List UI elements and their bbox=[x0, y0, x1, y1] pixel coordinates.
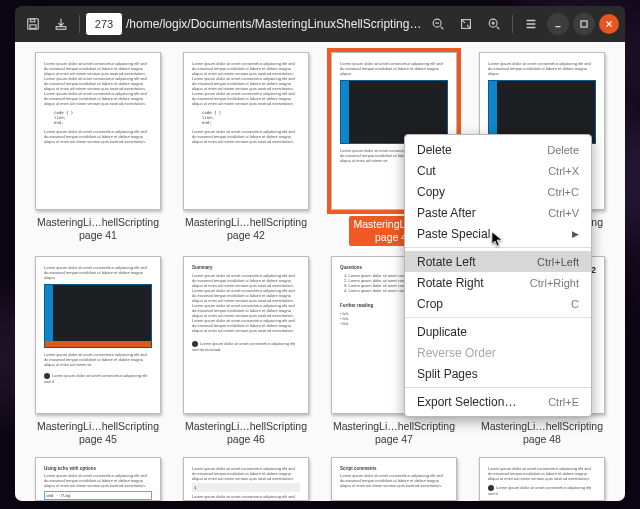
menu-item-copy[interactable]: CopyCtrl+C bbox=[405, 181, 591, 202]
menu-item-duplicate[interactable]: Duplicate bbox=[405, 321, 591, 342]
page-thumbnail[interactable]: SummaryLorem ipsum dolor sit amet consec… bbox=[177, 256, 315, 446]
maximize-icon[interactable] bbox=[573, 13, 595, 35]
svg-rect-1 bbox=[30, 25, 36, 29]
window-title: /home/logix/Documents/MasteringLinuxShel… bbox=[126, 17, 422, 31]
menu-item-split-pages[interactable]: Split Pages bbox=[405, 363, 591, 384]
menu-item-rotate-left[interactable]: Rotate LeftCtrl+Left bbox=[405, 251, 591, 272]
thumbnail-caption: MasteringLi…hellScriptingpage 42 bbox=[185, 216, 307, 242]
menu-icon[interactable] bbox=[519, 12, 543, 36]
zoom-out-icon[interactable] bbox=[426, 12, 450, 36]
menu-item-rotate-right[interactable]: Rotate RightCtrl+Right bbox=[405, 272, 591, 293]
thumbnail-caption: MasteringLi…hellScriptingpage 48 bbox=[481, 420, 603, 446]
menu-item-cut[interactable]: CutCtrl+X bbox=[405, 160, 591, 181]
toolbar-separator bbox=[79, 15, 80, 33]
menu-item-export-selection[interactable]: Export Selection…Ctrl+E bbox=[405, 391, 591, 412]
menu-item-paste-after[interactable]: Paste AfterCtrl+V bbox=[405, 202, 591, 223]
page-thumbnail[interactable]: Using echo with optionsLorem ipsum dolor… bbox=[29, 457, 167, 501]
close-icon[interactable] bbox=[599, 14, 619, 34]
thumbnail-caption: MasteringLi…hellScriptingpage 47 bbox=[333, 420, 455, 446]
titlebar: /home/logix/Documents/MasteringLinuxShel… bbox=[15, 6, 625, 42]
menu-item-delete[interactable]: DeleteDelete bbox=[405, 139, 591, 160]
svg-rect-7 bbox=[581, 21, 587, 27]
page-thumbnail[interactable]: Lorem ipsum dolor sit amet consectetur a… bbox=[177, 457, 315, 501]
zoom-fit-icon[interactable] bbox=[454, 12, 478, 36]
menu-item-reverse-order: Reverse Order bbox=[405, 342, 591, 363]
thumbnail-caption: MasteringLi…hellScriptingpage 46 bbox=[185, 420, 307, 446]
page-number-input[interactable] bbox=[86, 13, 122, 35]
zoom-in-icon[interactable] bbox=[482, 12, 506, 36]
svg-rect-3 bbox=[56, 27, 66, 30]
svg-rect-2 bbox=[30, 19, 34, 22]
menu-item-crop[interactable]: CropC bbox=[405, 293, 591, 314]
minimize-icon[interactable] bbox=[547, 13, 569, 35]
page-thumbnail[interactable]: Lorem ipsum dolor sit amet consectetur a… bbox=[473, 457, 611, 501]
thumbnail-caption: MasteringLi…hellScriptingpage 41 bbox=[37, 216, 159, 242]
page-thumbnail[interactable]: Lorem ipsum dolor sit amet consectetur a… bbox=[29, 256, 167, 446]
page-thumbnail[interactable]: Script commentsLorem ipsum dolor sit ame… bbox=[325, 457, 463, 501]
save-icon[interactable] bbox=[21, 12, 45, 36]
import-icon[interactable] bbox=[49, 12, 73, 36]
menu-item-paste-special[interactable]: Paste Special▶ bbox=[405, 223, 591, 244]
context-menu: DeleteDeleteCutCtrl+XCopyCtrl+CPaste Aft… bbox=[404, 134, 592, 417]
page-thumbnail[interactable]: Lorem ipsum dolor sit amet consectetur a… bbox=[177, 52, 315, 246]
toolbar-separator bbox=[512, 15, 513, 33]
svg-rect-0 bbox=[28, 19, 39, 30]
thumbnail-caption: MasteringLi…hellScriptingpage 45 bbox=[37, 420, 159, 446]
page-thumbnail[interactable]: Lorem ipsum dolor sit amet consectetur a… bbox=[29, 52, 167, 246]
